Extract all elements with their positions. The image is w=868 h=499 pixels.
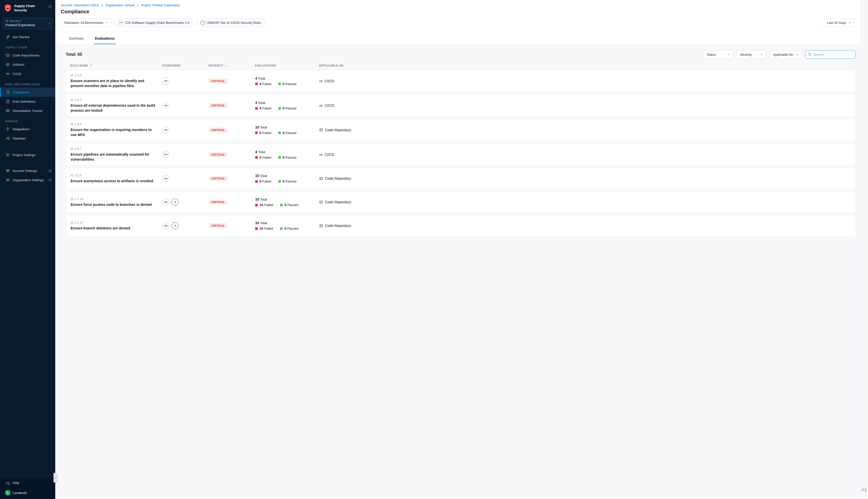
project-cube-icon xyxy=(5,20,8,22)
column-header-applicable-on[interactable]: APPLICABLE ON xyxy=(319,64,855,67)
table-row[interactable]: Id: 1.3.5 Ensure the organization is req… xyxy=(66,119,855,141)
passed-indicator xyxy=(278,83,281,85)
sidebar-section-manage: MANAGE xyxy=(5,120,55,123)
sidebar-nav: Get Started SUPPLY CHAIN Code Repositori… xyxy=(0,31,55,476)
sort-icon xyxy=(90,64,93,67)
owasp-standard-icon xyxy=(201,20,205,25)
failed-count: 0Failed xyxy=(255,131,271,135)
sidebar-item-artifacts[interactable]: Artifacts xyxy=(0,60,55,69)
sidebar-item-remediation-tracker[interactable]: Remediation Tracker xyxy=(0,106,55,115)
severity-badge: CRITICAL xyxy=(209,78,228,84)
breadcrumb-project-link[interactable]: Project: Product Exploratory xyxy=(141,3,180,7)
applicable-on-filter-dropdown[interactable]: Applicable On xyxy=(770,50,802,59)
chevron-right-icon: ❯ xyxy=(101,4,104,7)
table-row[interactable]: Id: 2.3.8 Ensure scanners are in place t… xyxy=(66,70,855,92)
severity-cell: CRITICAL xyxy=(209,78,255,84)
sidebar-item-help[interactable]: Help xyxy=(0,478,55,487)
user-name: Lavakush xyxy=(13,491,27,495)
sidebar-item-cicd[interactable]: CI/CD xyxy=(0,69,55,78)
table-row[interactable]: Id: 2.4.2 Ensure all external dependenci… xyxy=(66,95,855,117)
project-label: PROJECT xyxy=(9,20,22,22)
evaluations-panel: Total: 65 Status Severity Applicable On xyxy=(55,44,860,499)
user-menu[interactable]: L Lavakush xyxy=(0,487,55,496)
severity-cell: CRITICAL xyxy=(209,152,255,157)
owasp-standard-icon xyxy=(171,198,179,206)
rule-id: Id: 1.3.5 xyxy=(71,122,162,126)
table-row[interactable]: Id: 2.3.7 Ensure pipelines are automatic… xyxy=(66,144,855,166)
chevron-down-icon xyxy=(796,53,798,56)
project-selector[interactable]: PROJECT Product Exploratory › xyxy=(2,17,53,29)
tab-evaluations[interactable]: Evaluations xyxy=(94,31,116,44)
support-headset-icon[interactable] xyxy=(862,487,867,492)
severity-filter-dropdown[interactable]: Severity xyxy=(737,50,766,59)
sidebar-item-rule-definitions[interactable]: Rule Definitions xyxy=(0,97,55,106)
status-filter-dropdown[interactable]: Status xyxy=(703,50,733,59)
column-header-standards[interactable]: STANDARDS xyxy=(162,64,208,67)
sidebar-item-label: Remediation Tracker xyxy=(13,109,43,113)
sidebar-item-account-settings[interactable]: Account Settings xyxy=(0,166,55,175)
table-row[interactable]: Id: 4.2.5 Ensure anonymous access to art… xyxy=(66,168,855,189)
breadcrumb-account-link[interactable]: Account: Automation-SSCA xyxy=(61,3,99,7)
sidebar-item-pipelines[interactable]: Pipelines xyxy=(0,134,55,143)
sidebar-collapse-handle[interactable]: ‹ xyxy=(53,473,57,483)
page-title: Compliance xyxy=(61,9,854,14)
sidebar-item-integrations[interactable]: Integrations xyxy=(0,124,55,134)
date-range-dropdown[interactable]: Last 30 Days xyxy=(824,18,854,27)
passed-count: 0Passed xyxy=(278,131,297,135)
failed-indicator xyxy=(255,180,258,183)
apps-grid-icon[interactable] xyxy=(48,4,52,9)
sidebar-item-get-started[interactable]: Get Started xyxy=(0,32,55,42)
sidebar-item-organization-settings[interactable]: Organization Settings xyxy=(0,175,55,185)
standards-cell: CIS xyxy=(162,175,209,182)
sidebar-item-project-settings[interactable]: Project Settings › xyxy=(0,150,55,160)
owasp-benchmark-chip[interactable]: OWASP Top 10 CI/CD Security Risks xyxy=(196,18,265,27)
rule-id: Id: 1.1.16 xyxy=(71,197,162,201)
standards-cell: CIS xyxy=(162,151,209,158)
sidebar-item-label: Organization Settings xyxy=(13,178,44,182)
avatar: L xyxy=(5,490,11,496)
sidebar-item-label: Account Settings xyxy=(13,169,37,173)
sidebar-section-supply-chain: SUPPLY CHAIN xyxy=(5,46,55,49)
severity-badge: CRITICAL xyxy=(209,103,228,108)
evaluations-total: 10 Total xyxy=(255,197,319,201)
standards-cell: CIS xyxy=(162,126,209,134)
rule-cell: Id: 4.2.5 Ensure anonymous access to art… xyxy=(71,174,162,183)
failed-indicator xyxy=(255,107,258,110)
code-repository-icon xyxy=(319,128,323,132)
tab-summary[interactable]: Summary xyxy=(68,31,85,44)
code-repository-icon xyxy=(319,200,323,204)
evaluations-total: 4 Total xyxy=(255,101,319,105)
search-input[interactable] xyxy=(805,50,855,59)
sidebar-item-compliance[interactable]: Compliance xyxy=(0,88,55,97)
failed-indicator xyxy=(255,228,258,230)
standards-filter-dropdown[interactable]: Standards: All Benchmarks xyxy=(61,18,111,27)
breadcrumb-organization-link[interactable]: Organization: default xyxy=(106,3,134,7)
evaluations-total: 4 Total xyxy=(255,76,319,80)
evaluations-cell: 4 Total 4Failed 0Passed xyxy=(255,150,319,159)
brand: Supply Chain Security xyxy=(0,0,55,15)
table-row[interactable]: Id: 1.1.17 Ensure branch deletions are d… xyxy=(66,215,855,236)
severity-cell: CRITICAL xyxy=(209,127,255,133)
table-header: RULE NAME STANDARDS SEVERITY EVALUATIONS… xyxy=(66,64,855,70)
column-header-severity[interactable]: SEVERITY xyxy=(208,64,255,67)
evaluations-total: 10 Total xyxy=(255,221,319,225)
rule-cell: Id: 1.3.5 Ensure the organization is req… xyxy=(71,122,162,137)
evaluations-total: 4 Total xyxy=(255,150,319,154)
rule-cell: Id: 2.3.8 Ensure scanners are in place t… xyxy=(71,74,162,89)
organization-settings-icon xyxy=(6,178,10,182)
column-header-rule-name[interactable]: RULE NAME xyxy=(70,64,162,67)
sidebar-item-label: Project Settings xyxy=(13,153,35,157)
page-header: Account: Automation-SSCA ❯ Organization:… xyxy=(55,0,860,14)
table-row[interactable]: Id: 1.1.16 Ensure force pushes code to b… xyxy=(66,192,855,212)
help-headset-icon xyxy=(6,481,10,485)
cis-standard-icon: CIS xyxy=(162,151,169,158)
rules-table-body: Id: 2.3.8 Ensure scanners are in place t… xyxy=(66,70,855,236)
severity-cell: CRITICAL xyxy=(209,223,255,228)
cis-benchmark-chip[interactable]: CIS CIS Software Supply Chain Benchmarks… xyxy=(114,18,193,27)
sidebar-item-label: Artifacts xyxy=(13,63,24,66)
evaluations-total: 10 Total xyxy=(255,125,319,129)
column-header-evaluations[interactable]: EVALUATIONS xyxy=(255,64,319,67)
rule-name: Ensure anonymous access to artifacts is … xyxy=(71,179,156,183)
chevron-down-icon xyxy=(848,21,851,24)
sidebar-item-code-repositories[interactable]: Code Repositories xyxy=(0,51,55,60)
